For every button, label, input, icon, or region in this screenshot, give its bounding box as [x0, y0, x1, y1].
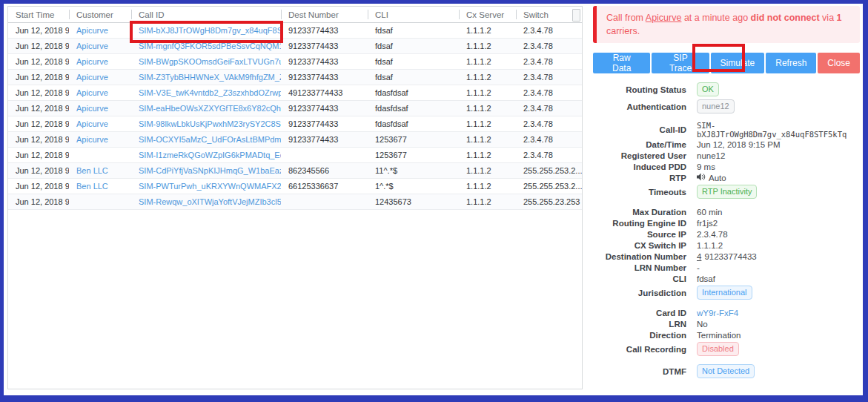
table-row[interactable]: Jun 12, 2018 9:...ApicurveSIM-V3E_twK4vn… — [8, 85, 582, 101]
table-row[interactable]: Jun 12, 2018 9:...ApicurveSIM-BWgpSKOOms… — [8, 54, 582, 70]
cell-start-time: Jun 12, 2018 9:... — [8, 163, 69, 178]
cell-customer-link[interactable]: Apicurve — [69, 85, 131, 100]
close-button[interactable]: Close — [818, 53, 860, 73]
field-max-duration: Max Duration 60 min — [593, 206, 860, 217]
cell-call-id-link[interactable]: SIM-eaHbeOWsXZXYGfTE8x6Y82cQhgTohpeE — [131, 101, 281, 116]
sip-trace-button[interactable]: SIP Trace — [652, 53, 709, 73]
cell-call-id-link[interactable]: SIM-PWTurPwh_uKRXYWnQWMAFX2taTgfTY_ — [131, 179, 281, 194]
cell-customer-link[interactable]: Apicurve — [69, 39, 131, 53]
cell-customer-link[interactable]: Apicurve — [69, 54, 131, 69]
cell-call-id-link[interactable]: SIM-98lkwLbkUsKjPwxhM23rySY2C8SwOBOG — [131, 116, 281, 131]
field-call-recording: Call Recording Disabled — [593, 340, 860, 357]
cell-customer-link[interactable]: Ben LLC — [69, 179, 131, 194]
cell-switch: 2.3.4.78 — [516, 148, 582, 162]
table-row[interactable]: Jun 12, 2018 9:...ApicurveSIM-OCXYI5aMzC… — [8, 132, 582, 148]
cli-value: fdsaf — [697, 274, 715, 283]
field-induced-pdd: Induced PDD 9 ms — [593, 161, 860, 172]
cell-customer-link[interactable]: Apicurve — [69, 116, 131, 131]
cell-dest-number: 91233774433 — [281, 23, 368, 38]
refresh-button[interactable]: Refresh — [766, 53, 816, 73]
cell-customer-link[interactable]: Apicurve — [69, 132, 131, 147]
cell-dest-number: 91233774433 — [281, 54, 368, 69]
column-header-customer[interactable]: Customer — [69, 7, 131, 22]
table-row[interactable]: Jun 12, 2018 9:...ApicurveSIM-Z3TybBHHWN… — [8, 70, 582, 85]
date-time-value: Jun 12, 2018 9:15 PM — [697, 140, 781, 149]
cell-dest-number: 91233774433 — [281, 116, 368, 131]
column-header-cx-server[interactable]: Cx Server — [459, 7, 516, 22]
providers-heading: Providers — [593, 397, 860, 402]
cell-switch: 255.255.253.2... — [516, 163, 582, 178]
cell-customer-link[interactable]: Apicurve — [69, 23, 131, 38]
field-direction: Direction Termination — [593, 329, 860, 340]
cell-switch: 255.255.253.2... — [516, 179, 582, 194]
call-id-value: SIM-bXJ8JTrOWgH8Dm7gv_x84uqF8STF5kTq — [697, 121, 860, 139]
table-row[interactable]: Jun 12, 2018 9:...Ben LLCSIM-PWTurPwh_uK… — [8, 179, 582, 194]
cell-call-id-link[interactable]: SIM-CdPiYfjVaSNpKIJHmqG_W1baEazTced7 — [131, 163, 281, 178]
jurisdiction-badge: International — [697, 286, 752, 300]
field-label-cli: CLI — [593, 274, 697, 283]
cell-cli: 12435673 — [368, 194, 459, 209]
table-row[interactable]: Jun 12, 2018 9:...ApicurveSIM-mgnfQ3FKOR… — [8, 39, 582, 54]
table-row[interactable]: Jun 12, 2018 9:...ApicurveSIM-eaHbeOWsXZ… — [8, 101, 582, 116]
field-timeouts: Timeouts RTP Inactivity — [593, 183, 860, 200]
cell-customer-link[interactable]: Apicurve — [69, 101, 131, 116]
cell-start-time: Jun 12, 2018 9:... — [8, 85, 69, 100]
source-ip-value: 2.3.4.78 — [697, 230, 728, 239]
destination-number-prefix[interactable]: 4 — [697, 252, 701, 261]
cell-cli: fdsaf — [368, 23, 459, 38]
field-jurisdiction: Jurisdiction International — [593, 284, 860, 301]
cell-cx-server: 1.1.1.2 — [459, 194, 516, 209]
table-header-row: Start Time Customer Call ID Dest Number … — [8, 7, 582, 23]
cell-call-id-link[interactable]: SIM-Rewqw_oXITWjaYoftVJejMZIb3cl5DTA — [131, 194, 281, 209]
rtp-value: Auto — [709, 174, 726, 182]
field-cx-switch-ip: CX Switch IP 1.1.1.2 — [593, 240, 860, 251]
cell-cx-server: 1.1.1.2 — [459, 132, 516, 147]
cell-call-id-link[interactable]: SIM-mgnfQ3FKOR5sdPBeSsvCqNQM1hLjjaAG — [131, 39, 281, 53]
cell-call-id-link[interactable]: SIM-bXJ8JTrOWgH8Dm7gv_x84uqF8STF5kTq — [131, 23, 281, 38]
field-label-call-id: Call-ID — [593, 125, 697, 134]
cell-call-id-link[interactable]: SIM-I1zmeRkQGoWZpIG6kPMADtq_EdHqpxOc — [131, 148, 281, 162]
alert-customer-link[interactable]: Apicurve — [646, 13, 682, 23]
field-label-routing-engine-id: Routing Engine ID — [593, 219, 697, 228]
cell-switch: 2.3.4.78 — [516, 116, 582, 131]
cell-start-time: Jun 12, 2018 9:... — [8, 116, 69, 131]
cell-cx-server: 1.1.1.2 — [459, 163, 516, 178]
routing-engine-id-value: fr1js2 — [697, 219, 718, 228]
cell-start-time: Jun 12, 2018 9:... — [8, 54, 69, 69]
cell-dest-number: 862345566 — [281, 163, 368, 178]
cell-start-time: Jun 12, 2018 9:... — [8, 148, 69, 162]
column-header-call-id[interactable]: Call ID — [131, 7, 281, 22]
table-row[interactable]: Jun 12, 2018 9:...Ben LLCSIM-CdPiYfjVaSN… — [8, 163, 582, 179]
column-header-dest-number[interactable]: Dest Number — [281, 7, 368, 22]
field-card-id: Card ID wY9r-FxF4 — [593, 307, 860, 318]
scrollbar-thumb[interactable] — [572, 9, 580, 22]
table-row[interactable]: Jun 12, 2018 9:...ApicurveSIM-98lkwLbkUs… — [8, 116, 582, 132]
table-row[interactable]: Jun 12, 2018 9:...SIM-Rewqw_oXITWjaYoftV… — [8, 194, 582, 210]
cell-call-id-link[interactable]: SIM-V3E_twK4vntdb2_Z3szxhbdOZrwpc7Ut — [131, 85, 281, 100]
cell-customer-link[interactable]: Ben LLC — [69, 163, 131, 178]
field-date-time: Date/Time Jun 12, 2018 9:15 PM — [593, 139, 860, 150]
cell-cli: fdasfdsaf — [368, 116, 459, 131]
cell-call-id-link[interactable]: SIM-BWgpSKOOmsdGeiFaxLTVUGn7uZVOhKX — [131, 54, 281, 69]
cell-call-id-link[interactable]: SIM-Z3TybBHHWNeX_VAkM9fhfgZM_ZSDaRxl — [131, 70, 281, 85]
cell-cli: fdasfdsaf — [368, 101, 459, 116]
column-header-cli[interactable]: CLI — [368, 7, 459, 22]
table-row[interactable]: Jun 12, 2018 9:...ApicurveSIM-bXJ8JTrOWg… — [8, 23, 582, 39]
cell-customer-link[interactable]: Apicurve — [69, 70, 131, 85]
cell-cx-server: 1.1.1.2 — [459, 85, 516, 100]
field-label-direction: Direction — [593, 331, 697, 340]
cell-cx-server: 1.1.1.2 — [459, 70, 516, 85]
table-row[interactable]: Jun 12, 2018 9:...SIM-I1zmeRkQGoWZpIG6kP… — [8, 148, 582, 163]
call-detail-fields: Routing Status OK Authentication nune12 … — [593, 81, 860, 402]
simulate-button[interactable]: Simulate — [711, 53, 765, 73]
field-label-rtp: RTP — [593, 174, 697, 182]
raw-data-button[interactable]: Raw Data — [593, 53, 650, 73]
field-label-registered-user: Registered User — [593, 151, 697, 160]
field-registered-user: Registered User nune12 — [593, 150, 860, 161]
cell-call-id-link[interactable]: SIM-OCXYI5aMzC_UdFOrAsLtBMPdmEmLVDU — [131, 132, 281, 147]
column-header-start-time[interactable]: Start Time — [8, 7, 69, 22]
cell-dest-number: 91233774433 — [281, 70, 368, 85]
lrn-value: No — [697, 320, 708, 329]
field-label-timeouts: Timeouts — [593, 188, 697, 197]
card-id-link[interactable]: wY9r-FxF4 — [697, 309, 738, 317]
